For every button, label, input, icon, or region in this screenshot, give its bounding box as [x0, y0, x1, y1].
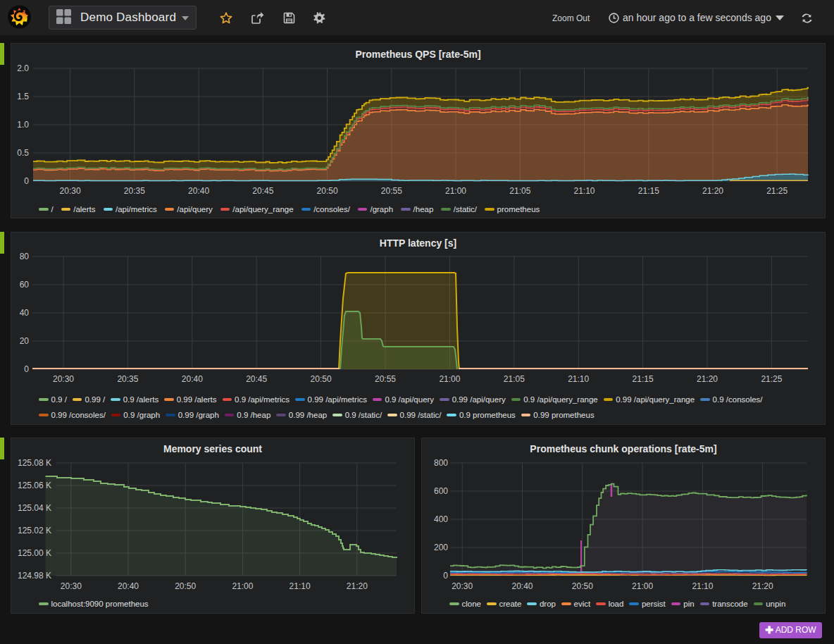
svg-text:20:30: 20:30: [452, 581, 473, 591]
svg-text:21:05: 21:05: [504, 374, 525, 384]
svg-text:20:50: 20:50: [572, 581, 593, 591]
svg-text:21:20: 21:20: [752, 581, 773, 591]
svg-text:20:50: 20:50: [175, 581, 196, 591]
svg-text:20:45: 20:45: [246, 374, 267, 384]
svg-text:21:15: 21:15: [638, 186, 659, 196]
svg-text:20: 20: [20, 336, 30, 346]
svg-text:21:20: 21:20: [697, 374, 718, 384]
svg-text:21:15: 21:15: [633, 374, 654, 384]
svg-text:21:25: 21:25: [766, 186, 788, 196]
svg-text:125.08 K: 125.08 K: [18, 458, 51, 468]
svg-text:20:55: 20:55: [375, 374, 396, 384]
svg-text:20:30: 20:30: [60, 186, 81, 196]
svg-text:21:20: 21:20: [347, 581, 368, 591]
svg-text:20:40: 20:40: [511, 581, 533, 591]
svg-text:20:50: 20:50: [311, 374, 332, 384]
svg-text:21:00: 21:00: [632, 581, 653, 591]
svg-text:0.5: 0.5: [17, 148, 29, 158]
svg-text:0: 0: [24, 364, 29, 374]
svg-text:20:35: 20:35: [117, 374, 138, 384]
svg-text:20:30: 20:30: [53, 374, 74, 384]
svg-text:21:00: 21:00: [439, 374, 460, 384]
svg-text:20:40: 20:40: [118, 581, 139, 591]
svg-text:20:40: 20:40: [188, 186, 209, 196]
svg-text:21:10: 21:10: [573, 186, 595, 196]
svg-text:20:35: 20:35: [124, 186, 145, 196]
svg-text:20:45: 20:45: [252, 186, 273, 196]
svg-text:1.5: 1.5: [17, 92, 29, 101]
svg-text:0: 0: [24, 176, 29, 186]
svg-text:60: 60: [20, 280, 30, 290]
svg-text:21:00: 21:00: [445, 186, 466, 196]
svg-text:40: 40: [20, 308, 30, 318]
svg-text:20:50: 20:50: [317, 186, 338, 196]
svg-text:0: 0: [443, 571, 448, 581]
svg-text:80: 80: [20, 252, 30, 261]
svg-text:2.0: 2.0: [17, 63, 29, 73]
svg-text:21:20: 21:20: [702, 186, 723, 196]
svg-text:21:25: 21:25: [761, 374, 782, 384]
svg-text:21:05: 21:05: [509, 186, 530, 196]
svg-text:21:10: 21:10: [568, 374, 589, 384]
svg-text:600: 600: [434, 486, 448, 496]
svg-text:20:30: 20:30: [61, 581, 82, 591]
svg-text:800: 800: [434, 458, 448, 468]
svg-text:21:00: 21:00: [232, 581, 253, 591]
svg-text:21:10: 21:10: [692, 581, 713, 591]
svg-text:20:55: 20:55: [381, 186, 402, 196]
svg-text:200: 200: [434, 543, 448, 552]
svg-text:20:40: 20:40: [182, 374, 203, 384]
svg-text:21:10: 21:10: [290, 581, 311, 591]
svg-text:1.0: 1.0: [17, 120, 29, 130]
svg-text:400: 400: [434, 514, 448, 524]
